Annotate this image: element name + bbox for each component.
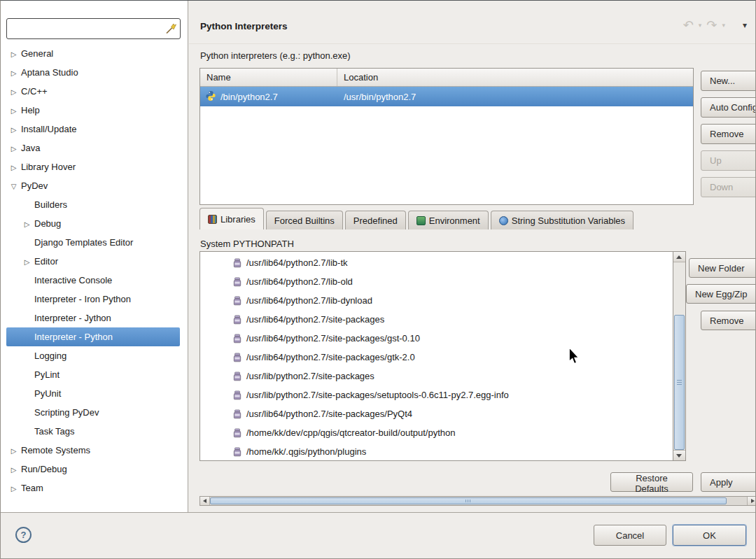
sidebar-item-install-update[interactable]: Install/Update [6,120,180,139]
sidebar-item-team[interactable]: Team [6,479,180,497]
sidebar-item-pyunit[interactable]: PyUnit [6,384,180,403]
tree-arrow-icon[interactable] [8,181,20,192]
tree-arrow-icon[interactable] [8,124,20,135]
pythonpath-entry[interactable]: /home/kk/.qgis/python/plugins [200,442,673,461]
forward-icon[interactable]: ↷ [706,19,717,31]
filter-text-input[interactable] [6,18,181,39]
sidebar-item-scripting-pydev[interactable]: Scripting PyDev [6,403,180,422]
tab-environment[interactable]: Environment [408,211,489,229]
cancel-button[interactable]: Cancel [594,525,666,546]
help-icon[interactable]: ? [15,527,31,543]
tab-predefined[interactable]: Predefined [345,211,406,229]
tree-arrow-icon[interactable] [8,445,20,456]
tree-arrow-icon[interactable] [21,388,33,399]
tree-arrow-icon[interactable] [8,67,20,78]
column-header-location[interactable]: Location [337,69,693,86]
tree-arrow-icon[interactable] [21,237,33,248]
horizontal-scrollbar-thumb[interactable] [210,497,727,504]
sidebar-item-editor[interactable]: Editor [6,252,180,271]
sidebar-item-label: C/C++ [20,86,48,97]
sidebar-item-remote-systems[interactable]: Remote Systems [6,441,180,460]
sidebar-item-interactive-console[interactable]: Interactive Console [6,271,180,290]
tab-forced-builtins[interactable]: Forced Builtins [266,211,343,229]
button-new[interactable]: New... [701,71,756,91]
view-menu-icon[interactable]: ▾ [743,20,747,30]
tree-arrow-icon[interactable] [8,105,20,116]
horizontal-scrollbar[interactable] [200,496,756,506]
sidebar-item-help[interactable]: Help [6,101,180,120]
pythonpath-entry[interactable]: /home/kk/dev/cpp/qgis/qtcreator-build/ou… [200,423,673,442]
pythonpath-entry[interactable]: /usr/lib/python2.7/site-packages [200,367,673,385]
sidebar-item-run-debug[interactable]: Run/Debug [6,460,180,479]
tree-arrow-icon[interactable] [21,199,33,211]
pythonpath-entry-label: /usr/lib64/python2.7/site-packages/gst-0… [246,333,420,344]
sidebar-item-interpreter-iron-python[interactable]: Interpreter - Iron Python [6,290,180,309]
sidebar-item-general[interactable]: General [6,44,180,63]
scroll-right-arrow-icon[interactable] [747,497,756,505]
button-auto-config[interactable]: Auto Config [701,97,756,118]
pythonpath-entry[interactable]: /usr/lib64/python2.7/lib-old [200,272,673,291]
library-jar-icon [232,353,242,362]
apply-button[interactable]: Apply [701,472,756,492]
button-up[interactable]: Up [701,150,756,171]
back-dropdown-icon[interactable]: ▾ [699,22,702,29]
back-icon[interactable]: ↶ [683,19,694,31]
sidebar-item-c-c[interactable]: C/C++ [6,82,180,101]
tree-arrow-icon[interactable] [21,294,33,305]
scroll-down-arrow-icon[interactable] [673,450,685,460]
column-header-name[interactable]: Name [200,69,337,86]
sidebar-item-interpreter-jython[interactable]: Interpreter - Jython [6,309,180,327]
sidebar-item-library-hover[interactable]: Library Hover [6,157,180,176]
button-new-folder[interactable]: New Folder [689,258,756,278]
tree-arrow-icon[interactable] [21,275,33,286]
sidebar-item-pydev[interactable]: PyDev [6,176,180,195]
tree-arrow-icon[interactable] [8,86,20,97]
tree-arrow-icon[interactable] [21,218,33,229]
sidebar-item-django-templates-editor[interactable]: Django Templates Editor [6,233,180,252]
tab-libraries[interactable]: Libraries [200,208,264,229]
interpreter-row[interactable]: /bin/python2.7 /usr/bin/python2.7 [200,87,693,106]
sidebar-item-aptana-studio[interactable]: Aptana Studio [6,63,180,82]
button-remove[interactable]: Remove [701,311,756,330]
pythonpath-entry[interactable]: /usr/lib64/python2.7/lib-dynload [200,291,673,310]
scroll-left-arrow-icon[interactable] [200,497,210,505]
vertical-scrollbar[interactable] [673,251,686,461]
sidebar-item-builders[interactable]: Builders [6,195,180,214]
tree-arrow-icon[interactable] [8,483,20,494]
sidebar-item-debug[interactable]: Debug [6,214,180,233]
sidebar-item-logging[interactable]: Logging [6,346,180,365]
pythonpath-entry[interactable]: /usr/lib/python2.7/site-packages/setupto… [200,385,673,404]
scroll-up-arrow-icon[interactable] [673,252,685,262]
filter-clear-broom-icon[interactable] [164,22,177,35]
ok-button[interactable]: OK [673,525,746,546]
tree-arrow-icon[interactable] [21,332,33,343]
tree-arrow-icon[interactable] [8,48,20,59]
pythonpath-entry[interactable]: /usr/lib64/python2.7/lib-tk [200,253,673,272]
vertical-scrollbar-thumb[interactable] [674,315,685,450]
tab-string-substitution-variables[interactable]: String Substitution Variables [491,211,634,229]
button-remove[interactable]: Remove [701,124,756,144]
sidebar-item-interpreter-python[interactable]: Interpreter - Python [6,327,180,346]
tab-label: Environment [429,215,480,226]
tree-arrow-icon[interactable] [21,369,33,381]
tree-arrow-icon[interactable] [21,256,33,267]
button-new-egg-zip[interactable]: New Egg/Zip [686,284,756,304]
sidebar-item-task-tags[interactable]: Task Tags [6,422,180,441]
tree-arrow-icon[interactable] [21,407,33,418]
pythonpath-entry[interactable]: /usr/lib64/python2.7/site-packages/gtk-2… [200,348,673,367]
tree-arrow-icon[interactable] [21,426,33,437]
sidebar-item-java[interactable]: Java [6,139,180,157]
tree-arrow-icon[interactable] [21,313,33,324]
restore-defaults-button[interactable]: Restore Defaults [610,472,693,492]
forward-dropdown-icon[interactable]: ▾ [722,22,725,29]
pythonpath-entry[interactable]: /usr/lib64/python2.7/site-packages/PyQt4 [200,404,673,423]
tree-arrow-icon[interactable] [8,464,20,475]
tree-arrow-icon[interactable] [8,143,20,154]
tree-arrow-icon[interactable] [8,162,20,173]
sidebar-item-pylint[interactable]: PyLint [6,365,180,384]
button-down[interactable]: Down [701,177,756,197]
pythonpath-entry[interactable]: /usr/lib64/python2.7/site-packages/gst-0… [200,329,673,348]
pythonpath-entry[interactable]: /usr/lib64/python2.7/site-packages [200,310,673,329]
tree-arrow-icon[interactable] [21,351,33,362]
sidebar-item-label: Logging [33,351,66,361]
